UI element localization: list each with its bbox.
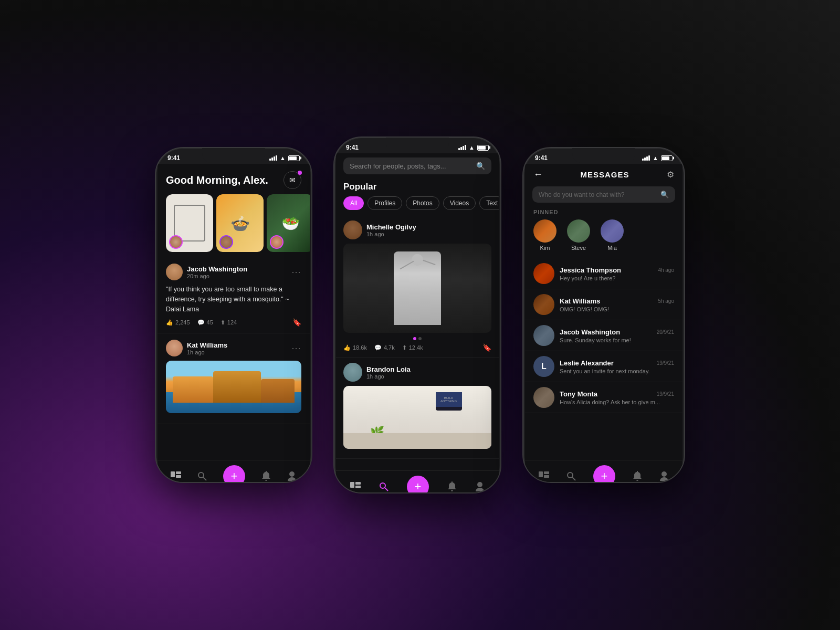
msg-time-jessica: 4h ago xyxy=(658,267,674,273)
share-count-jacob: 124 xyxy=(227,319,237,326)
signal-icon xyxy=(269,155,277,161)
comment-icon: 💬 xyxy=(197,319,205,326)
msg-item-tony[interactable]: Tony Monta 19/9/21 How's Alicia doing? A… xyxy=(525,382,682,413)
bottom-nav-left: + xyxy=(158,460,310,483)
like-count-jacob: 2,245 xyxy=(175,319,190,326)
pinned-avatar-kim xyxy=(533,219,556,243)
msg-search-bar[interactable]: Who do you want to chat with? 🔍 xyxy=(532,186,675,203)
status-icons-left: ▲ xyxy=(269,155,300,161)
msg-avatar-leslie: L xyxy=(533,356,554,377)
feed-post-michelle: Michelle Ogilvy 1h ago xyxy=(336,215,499,358)
svg-point-5 xyxy=(289,471,295,477)
pinned-contact-steve[interactable]: Steve xyxy=(567,219,590,251)
phone-center: 9:41 ▲ Search for people, posts, tags...… xyxy=(333,136,501,494)
feed-image-brandon: BUILDANYTHING 🌿 xyxy=(343,386,491,449)
feed-like-michelle[interactable]: 👍 18.6k xyxy=(343,344,367,351)
story-avatar-1 xyxy=(169,235,183,249)
share-icon-feed: ⬆ xyxy=(402,344,407,351)
post-time-kat: 1h ago xyxy=(187,349,227,355)
msg-content-leslie: Leslie Alexander 19/9/21 Sent you an inv… xyxy=(560,359,674,374)
msg-avatar-jacob-msg xyxy=(533,325,554,346)
nav-profile-right[interactable] xyxy=(659,471,669,481)
msg-name-row-jessica: Jessica Thompson 4h ago xyxy=(560,266,674,274)
filter-tab-photos[interactable]: Photos xyxy=(406,196,439,210)
nav-search-center[interactable] xyxy=(379,482,388,491)
like-icon: 👍 xyxy=(166,319,173,326)
like-count-michelle: 18.6k xyxy=(353,344,367,351)
nav-profile-left[interactable] xyxy=(287,471,297,481)
pinned-contact-mia[interactable]: Mia xyxy=(601,219,624,251)
phone-right: 9:41 ▲ ← MESSAGES ⚙ Who do you want to c… xyxy=(522,147,685,483)
msg-item-jacob[interactable]: Jacob Washington 20/9/21 Sure. Sunday wo… xyxy=(525,320,682,351)
search-bar-center[interactable]: Search for people, posts, tags... 🔍 xyxy=(343,158,491,174)
pinned-label: PINNED xyxy=(525,209,682,219)
nav-plus-center[interactable]: + xyxy=(407,476,429,494)
feed-time-brandon: 1h ago xyxy=(366,373,411,380)
svg-point-17 xyxy=(662,471,667,477)
post-text-jacob: "If you think you are too small to make … xyxy=(166,285,301,314)
right-screen: ← MESSAGES ⚙ Who do you want to chat wit… xyxy=(525,164,682,483)
post-kat: Kat Williams 1h ago ⋯ xyxy=(158,333,310,424)
msg-name-row-leslie: Leslie Alexander 19/9/21 xyxy=(560,359,674,367)
nav-plus-left[interactable]: + xyxy=(223,465,245,484)
filter-tab-text[interactable]: Text xyxy=(479,196,499,210)
nav-profile-center[interactable] xyxy=(475,481,485,492)
msg-item-kat[interactable]: Kat Williams 5h ago OMG! OMG! OMG! xyxy=(525,289,682,320)
signal-icon-right xyxy=(642,155,650,161)
left-header: Good Morning, Alex. ✉ xyxy=(158,164,310,194)
msg-name-row-jacob: Jacob Washington 20/9/21 xyxy=(560,328,674,336)
pinned-row: Kim Steve Mia xyxy=(525,219,682,258)
time-right: 9:41 xyxy=(535,154,548,162)
story-item-1[interactable] xyxy=(166,194,213,252)
like-icon-feed: 👍 xyxy=(343,344,351,351)
like-button-jacob[interactable]: 👍 2,245 xyxy=(166,319,190,326)
monitor-decor: BUILDANYTHING xyxy=(436,392,462,411)
feed-meta-brandon: Brandon Loia 1h ago xyxy=(366,365,411,380)
filter-tab-videos[interactable]: Videos xyxy=(443,196,476,210)
bookmark-button-jacob[interactable]: 🔖 xyxy=(292,318,301,327)
comment-icon-feed: 💬 xyxy=(374,344,382,351)
nav-bell-left[interactable] xyxy=(261,471,271,481)
svg-rect-7 xyxy=(355,482,361,485)
msg-item-leslie[interactable]: L Leslie Alexander 19/9/21 Sent you an i… xyxy=(525,351,682,382)
time-center: 9:41 xyxy=(346,144,359,151)
msg-time-tony: 19/9/21 xyxy=(657,391,674,397)
comment-button-jacob[interactable]: 💬 45 xyxy=(197,319,213,326)
post-name-kat: Kat Williams xyxy=(187,341,227,349)
nav-search-left[interactable] xyxy=(197,471,207,481)
msg-name-kat: Kat Williams xyxy=(560,297,600,305)
mail-button[interactable]: ✉ xyxy=(284,171,301,189)
nav-bell-right[interactable] xyxy=(633,471,642,481)
nav-search-right[interactable] xyxy=(566,471,576,481)
back-button[interactable]: ← xyxy=(533,169,543,180)
popular-label: Popular xyxy=(336,180,499,196)
msg-item-jessica[interactable]: Jessica Thompson 4h ago Hey you! Are u t… xyxy=(525,258,682,289)
msg-preview-tony: How's Alicia doing? Ask her to give m... xyxy=(560,399,674,405)
feed-comment-michelle[interactable]: 💬 4.7k xyxy=(374,344,395,351)
story-avatar-2 xyxy=(219,235,233,249)
nav-feed-right[interactable] xyxy=(539,471,549,481)
share-button-jacob[interactable]: ⬆ 124 xyxy=(220,319,237,326)
story-item-2[interactable]: 🍲 xyxy=(216,194,264,252)
greeting-text: Good Morning, Alex. xyxy=(166,174,268,186)
msg-content-tony: Tony Monta 19/9/21 How's Alicia doing? A… xyxy=(560,390,674,405)
story-item-3[interactable]: 🥗 xyxy=(267,194,310,252)
nav-feed-center[interactable] xyxy=(350,482,361,491)
wifi-icon-center: ▲ xyxy=(469,144,475,151)
story-avatar-3 xyxy=(270,235,284,249)
post-menu-kat[interactable]: ⋯ xyxy=(291,342,301,354)
filter-tab-all[interactable]: All xyxy=(343,196,364,210)
post-jacob: Jacob Washington 20m ago ⋯ "If you think… xyxy=(158,257,310,333)
nav-bell-center[interactable] xyxy=(447,481,457,492)
nav-feed-left[interactable] xyxy=(171,471,181,481)
nav-plus-right[interactable]: + xyxy=(593,465,615,484)
feed-share-michelle[interactable]: ⬆ 12.4k xyxy=(402,344,423,351)
settings-icon[interactable]: ⚙ xyxy=(667,170,674,180)
svg-rect-14 xyxy=(544,475,549,478)
svg-point-9 xyxy=(380,483,385,488)
pinned-name-steve: Steve xyxy=(571,245,586,251)
post-menu-jacob[interactable]: ⋯ xyxy=(291,266,301,278)
filter-tab-profiles[interactable]: Profiles xyxy=(368,196,402,210)
feed-bookmark-michelle[interactable]: 🔖 xyxy=(482,343,491,352)
pinned-contact-kim[interactable]: Kim xyxy=(533,219,556,251)
